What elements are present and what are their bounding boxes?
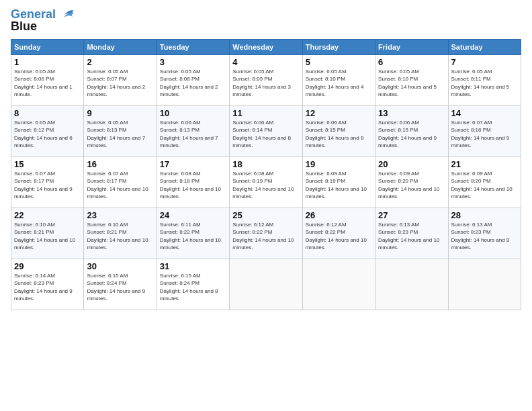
day-info: Sunrise: 6:13 AM Sunset: 8:23 PM Dayligh…: [378, 221, 445, 252]
calendar-cell: 24 Sunrise: 6:11 AM Sunset: 8:22 PM Dayl…: [157, 208, 229, 259]
calendar-cell: 3 Sunrise: 6:05 AM Sunset: 8:08 PM Dayli…: [157, 54, 229, 105]
day-number: 15: [14, 159, 81, 169]
day-number: 16: [87, 159, 153, 169]
logo: General Blue: [11, 8, 77, 34]
day-number: 22: [14, 210, 81, 220]
day-number: 19: [306, 159, 372, 169]
day-number: 29: [14, 261, 81, 271]
calendar-cell: 31 Sunrise: 6:15 AM Sunset: 8:24 PM Dayl…: [157, 259, 229, 310]
calendar-cell: 1 Sunrise: 6:05 AM Sunset: 8:06 PM Dayli…: [11, 54, 84, 105]
calendar-cell: 10 Sunrise: 6:06 AM Sunset: 8:13 PM Dayl…: [157, 105, 229, 156]
calendar-cell: 25 Sunrise: 6:12 AM Sunset: 8:22 PM Dayl…: [230, 208, 302, 259]
day-number: 3: [160, 57, 226, 67]
calendar-cell: 9 Sunrise: 6:05 AM Sunset: 8:13 PM Dayli…: [84, 105, 157, 156]
calendar-cell: 11 Sunrise: 6:06 AM Sunset: 8:14 PM Dayl…: [230, 105, 302, 156]
day-number: 13: [378, 108, 445, 118]
calendar-week-row: 22 Sunrise: 6:10 AM Sunset: 8:21 PM Dayl…: [11, 208, 521, 259]
day-info: Sunrise: 6:05 AM Sunset: 8:13 PM Dayligh…: [87, 119, 153, 150]
header-friday: Friday: [375, 39, 448, 54]
header: General Blue: [11, 8, 521, 34]
logo-blue: Blue: [11, 19, 37, 33]
day-info: Sunrise: 6:10 AM Sunset: 8:21 PM Dayligh…: [87, 221, 153, 252]
day-number: 28: [451, 210, 518, 220]
day-number: 18: [232, 159, 299, 169]
day-info: Sunrise: 6:06 AM Sunset: 8:14 PM Dayligh…: [232, 119, 299, 150]
header-wednesday: Wednesday: [230, 39, 302, 54]
calendar-cell: 5 Sunrise: 6:05 AM Sunset: 8:10 PM Dayli…: [302, 54, 375, 105]
day-info: Sunrise: 6:09 AM Sunset: 8:19 PM Dayligh…: [306, 170, 372, 201]
calendar-cell: 23 Sunrise: 6:10 AM Sunset: 8:21 PM Dayl…: [84, 208, 157, 259]
day-info: Sunrise: 6:09 AM Sunset: 8:20 PM Dayligh…: [451, 170, 518, 201]
day-number: 31: [160, 261, 226, 271]
day-info: Sunrise: 6:07 AM Sunset: 8:17 PM Dayligh…: [87, 170, 153, 201]
calendar-cell: [302, 259, 375, 310]
day-number: 23: [87, 210, 153, 220]
day-info: Sunrise: 6:05 AM Sunset: 8:11 PM Dayligh…: [451, 68, 518, 99]
day-info: Sunrise: 6:07 AM Sunset: 8:16 PM Dayligh…: [451, 119, 518, 150]
day-number: 12: [306, 108, 372, 118]
day-number: 11: [232, 108, 299, 118]
header-tuesday: Tuesday: [157, 39, 229, 54]
day-number: 20: [378, 159, 445, 169]
day-info: Sunrise: 6:05 AM Sunset: 8:07 PM Dayligh…: [87, 68, 153, 99]
day-number: 6: [378, 57, 445, 67]
day-number: 2: [87, 57, 153, 67]
day-number: 17: [160, 159, 226, 169]
day-info: Sunrise: 6:14 AM Sunset: 8:23 PM Dayligh…: [14, 272, 81, 303]
calendar-week-row: 15 Sunrise: 6:07 AM Sunset: 8:17 PM Dayl…: [11, 156, 521, 208]
calendar-cell: 15 Sunrise: 6:07 AM Sunset: 8:17 PM Dayl…: [11, 156, 84, 208]
calendar-cell: 22 Sunrise: 6:10 AM Sunset: 8:21 PM Dayl…: [11, 208, 84, 259]
day-number: 5: [306, 57, 372, 67]
day-number: 30: [87, 261, 153, 271]
calendar-cell: 6 Sunrise: 6:05 AM Sunset: 8:10 PM Dayli…: [375, 54, 448, 105]
header-saturday: Saturday: [448, 39, 521, 54]
day-info: Sunrise: 6:12 AM Sunset: 8:22 PM Dayligh…: [232, 221, 299, 252]
calendar-cell: 30 Sunrise: 6:15 AM Sunset: 8:24 PM Dayl…: [84, 259, 157, 310]
day-info: Sunrise: 6:05 AM Sunset: 8:10 PM Dayligh…: [306, 68, 372, 99]
calendar-week-row: 29 Sunrise: 6:14 AM Sunset: 8:23 PM Dayl…: [11, 259, 521, 310]
logo-bird-icon: [60, 9, 77, 20]
day-info: Sunrise: 6:11 AM Sunset: 8:22 PM Dayligh…: [160, 221, 226, 252]
calendar-cell: [448, 259, 521, 310]
day-info: Sunrise: 6:13 AM Sunset: 8:23 PM Dayligh…: [451, 221, 518, 252]
day-info: Sunrise: 6:10 AM Sunset: 8:21 PM Dayligh…: [14, 221, 81, 252]
day-number: 4: [232, 57, 299, 67]
header-thursday: Thursday: [302, 39, 375, 54]
day-number: 7: [451, 57, 518, 67]
calendar-cell: 19 Sunrise: 6:09 AM Sunset: 8:19 PM Dayl…: [302, 156, 375, 208]
calendar-cell: [230, 259, 302, 310]
calendar-cell: 12 Sunrise: 6:06 AM Sunset: 8:15 PM Dayl…: [302, 105, 375, 156]
day-number: 27: [378, 210, 445, 220]
calendar-cell: 16 Sunrise: 6:07 AM Sunset: 8:17 PM Dayl…: [84, 156, 157, 208]
calendar-cell: 28 Sunrise: 6:13 AM Sunset: 8:23 PM Dayl…: [448, 208, 521, 259]
calendar-cell: [375, 259, 448, 310]
day-number: 26: [306, 210, 372, 220]
calendar-header-row: Sunday Monday Tuesday Wednesday Thursday…: [11, 39, 521, 54]
day-info: Sunrise: 6:08 AM Sunset: 8:18 PM Dayligh…: [160, 170, 226, 201]
day-info: Sunrise: 6:05 AM Sunset: 8:10 PM Dayligh…: [378, 68, 445, 99]
day-info: Sunrise: 6:05 AM Sunset: 8:12 PM Dayligh…: [14, 119, 81, 150]
day-info: Sunrise: 6:05 AM Sunset: 8:08 PM Dayligh…: [160, 68, 226, 99]
calendar-cell: 26 Sunrise: 6:12 AM Sunset: 8:22 PM Dayl…: [302, 208, 375, 259]
day-number: 9: [87, 108, 153, 118]
calendar-week-row: 8 Sunrise: 6:05 AM Sunset: 8:12 PM Dayli…: [11, 105, 521, 156]
calendar-cell: 14 Sunrise: 6:07 AM Sunset: 8:16 PM Dayl…: [448, 105, 521, 156]
day-info: Sunrise: 6:06 AM Sunset: 8:15 PM Dayligh…: [378, 119, 445, 150]
calendar-page: General Blue Sunday Monday Tuesday: [0, 0, 532, 411]
day-number: 10: [160, 108, 226, 118]
calendar-cell: 21 Sunrise: 6:09 AM Sunset: 8:20 PM Dayl…: [448, 156, 521, 208]
day-info: Sunrise: 6:06 AM Sunset: 8:15 PM Dayligh…: [306, 119, 372, 150]
calendar-cell: 20 Sunrise: 6:09 AM Sunset: 8:20 PM Dayl…: [375, 156, 448, 208]
calendar-cell: 7 Sunrise: 6:05 AM Sunset: 8:11 PM Dayli…: [448, 54, 521, 105]
day-number: 8: [14, 108, 81, 118]
day-info: Sunrise: 6:15 AM Sunset: 8:24 PM Dayligh…: [87, 272, 153, 303]
day-number: 25: [232, 210, 299, 220]
day-info: Sunrise: 6:05 AM Sunset: 8:06 PM Dayligh…: [14, 68, 81, 99]
day-info: Sunrise: 6:06 AM Sunset: 8:13 PM Dayligh…: [160, 119, 226, 150]
calendar-cell: 18 Sunrise: 6:08 AM Sunset: 8:19 PM Dayl…: [230, 156, 302, 208]
calendar-cell: 4 Sunrise: 6:05 AM Sunset: 8:09 PM Dayli…: [230, 54, 302, 105]
day-info: Sunrise: 6:09 AM Sunset: 8:20 PM Dayligh…: [378, 170, 445, 201]
day-info: Sunrise: 6:07 AM Sunset: 8:17 PM Dayligh…: [14, 170, 81, 201]
calendar-cell: 17 Sunrise: 6:08 AM Sunset: 8:18 PM Dayl…: [157, 156, 229, 208]
day-info: Sunrise: 6:15 AM Sunset: 8:24 PM Dayligh…: [160, 272, 226, 303]
